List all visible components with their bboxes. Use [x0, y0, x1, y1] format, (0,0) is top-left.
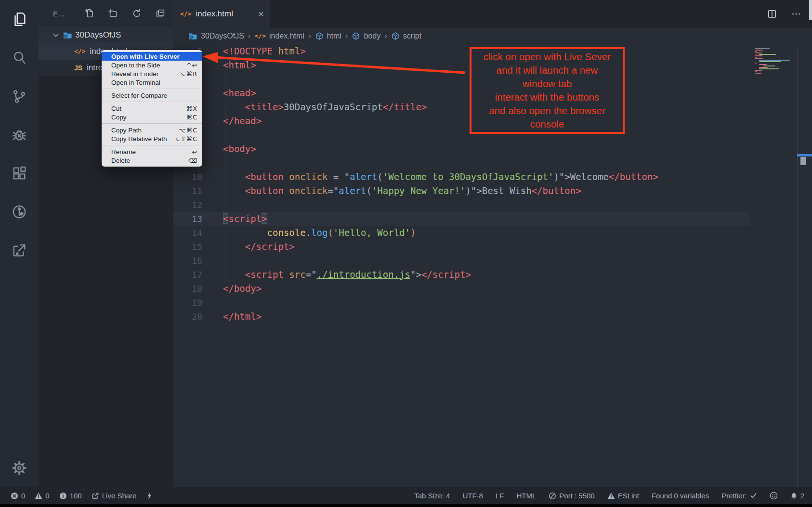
status-item-eslint[interactable]: ESLint	[607, 492, 639, 500]
line-number: 10	[173, 170, 202, 184]
activity-item-source-control[interactable]	[0, 77, 39, 116]
minimap-line	[755, 55, 762, 56]
code-line[interactable]: 20</html>	[173, 310, 812, 324]
more-actions-icon[interactable]	[791, 9, 801, 19]
symbol-cube-icon	[352, 32, 360, 40]
status-item-live-share[interactable]: Live Share	[92, 492, 137, 500]
line-number: 19	[173, 296, 202, 310]
menu-item-copy-relative-path[interactable]: Copy Relative Path⌥⇧⌘C	[102, 134, 202, 143]
split-editor-icon[interactable]	[767, 9, 777, 19]
code-line[interactable]: 18</body>	[173, 282, 812, 296]
vscode-window: E... 30DaysOfJS </>index.htmlJSintroduct…	[0, 0, 812, 507]
menu-item-open-to-the-side[interactable]: Open to the Side^↩	[102, 61, 202, 69]
status-item-live-server-port[interactable]: Port : 5500	[549, 492, 594, 500]
code-line-text: <button onclick="alert('Happy New Year!'…	[223, 184, 581, 198]
breadcrumb-label: index.html	[269, 32, 304, 40]
menu-item-open-with-live-server[interactable]: Open with Live Server	[102, 52, 202, 61]
code-line[interactable]: 16	[173, 254, 812, 268]
code-line[interactable]: 9	[173, 156, 812, 170]
activity-item-version-circle[interactable]	[0, 193, 39, 231]
close-tab-icon[interactable]: ×	[258, 8, 264, 20]
scrollbar-thumb[interactable]	[800, 157, 806, 165]
activity-item-search[interactable]	[0, 39, 39, 77]
menu-item-shortcut: ⌥⌘R	[179, 70, 197, 78]
menu-item-label: Cut	[111, 105, 121, 112]
annotation-line: and it will launch a new	[471, 64, 623, 77]
explorer-action-new-file[interactable]	[84, 8, 95, 19]
breadcrumb-item-script[interactable]: script	[391, 32, 421, 40]
code-line[interactable]: 14 console.log('Hello, World')	[173, 226, 812, 240]
breadcrumb-item-body[interactable]: body	[352, 32, 380, 40]
menu-item-label: Select for Compare	[111, 92, 167, 99]
code-line[interactable]: 11 <button onclick="alert('Happy New Yea…	[173, 184, 812, 198]
minimap-line	[759, 68, 779, 69]
circle-slash-icon	[549, 492, 556, 500]
status-item-encoding[interactable]: UTF-8	[462, 492, 483, 500]
line-number: 18	[173, 282, 202, 296]
minimap[interactable]	[755, 48, 796, 74]
code-line[interactable]: 17 <script src="./introduction.js"></scr…	[173, 268, 812, 282]
source-control-icon	[11, 88, 27, 104]
menu-item-copy[interactable]: Copy⌘C	[102, 113, 202, 121]
activity-item-run-debug[interactable]	[0, 116, 39, 154]
menu-item-shortcut: ⌘C	[186, 114, 197, 121]
code-line-text: <head>	[223, 86, 256, 100]
status-item-found-variables[interactable]: Found 0 variables	[652, 492, 709, 500]
tree-root-30DaysOfJS[interactable]: 30DaysOfJS	[39, 27, 173, 43]
code-line-text: <body>	[223, 142, 256, 156]
explorer-action-collapse-folders[interactable]	[155, 8, 166, 19]
menu-item-copy-path[interactable]: Copy Path⌥⌘C	[102, 126, 202, 134]
menu-item-delete[interactable]: Delete⌫	[102, 156, 202, 165]
menu-item-select-for-compare[interactable]: Select for Compare	[102, 91, 202, 100]
status-item-eol[interactable]: LF	[496, 492, 504, 500]
code-line[interactable]: 8<body>	[173, 142, 812, 156]
annotation-line: interact with the buttons	[471, 91, 623, 104]
minimap-line	[755, 50, 763, 51]
breadcrumb-label: 30DaysOfJS	[201, 32, 244, 40]
menu-item-cut[interactable]: Cut⌘X	[102, 104, 202, 113]
status-item-prettier[interactable]: Prettier:	[721, 492, 757, 500]
status-item-info[interactable]: 100	[59, 492, 82, 500]
code-line[interactable]: 19	[173, 296, 812, 310]
status-item-tab-size[interactable]: Tab Size: 4	[414, 492, 450, 500]
minimap-line	[759, 60, 790, 61]
status-item-label: Prettier:	[721, 492, 747, 500]
activity-item-explorer[interactable]	[0, 0, 39, 39]
status-item-notifications[interactable]: 2	[790, 492, 804, 500]
minimap-line	[755, 57, 757, 58]
activity-item-extensions[interactable]	[0, 154, 39, 193]
code-line[interactable]: 10 <button onclick = "alert('Welcome to …	[173, 170, 812, 184]
explorer-actions	[84, 8, 166, 19]
activity-item-live-share[interactable]	[0, 231, 39, 270]
menu-separator	[102, 102, 202, 102]
status-item-label: Found 0 variables	[652, 492, 709, 500]
annotation-line: window tab	[471, 77, 623, 91]
activity-item-settings[interactable]	[0, 449, 39, 487]
status-item-label: HTML	[516, 492, 536, 500]
menu-item-rename[interactable]: Rename↩	[102, 147, 202, 156]
editor-scrollbar[interactable]	[809, 0, 812, 20]
status-item-lightning[interactable]	[146, 492, 153, 500]
menu-item-shortcut: ⌘X	[186, 105, 197, 112]
status-item-label: 100	[70, 492, 82, 500]
menu-item-open-in-terminal[interactable]: Open in Terminal	[102, 78, 202, 87]
breadcrumb-item-html[interactable]: html	[315, 32, 341, 40]
menu-item-label: Open in Terminal	[111, 79, 160, 86]
explorer-action-refresh[interactable]	[131, 8, 142, 19]
scrollbar-highlight[interactable]	[797, 154, 812, 156]
code-line[interactable]: 15 </script>	[173, 240, 812, 254]
status-item-warnings[interactable]: 0	[35, 492, 49, 500]
explorer-action-new-folder[interactable]	[108, 8, 118, 19]
status-item-feedback[interactable]	[770, 492, 778, 500]
breadcrumb-item-30DaysOfJS[interactable]: 30DaysOfJS	[188, 31, 244, 41]
menu-item-reveal-in-finder[interactable]: Reveal in Finder⌥⌘R	[102, 69, 202, 78]
minimap-line	[763, 65, 775, 66]
code-line[interactable]: 13<script>	[173, 212, 812, 226]
tab-index-html[interactable]: </> index.html ×	[173, 0, 270, 28]
chevron-down-icon	[52, 31, 60, 39]
code-line[interactable]: 12	[173, 198, 812, 212]
status-item-language-mode[interactable]: HTML	[516, 492, 536, 500]
breadcrumb-item-index.html[interactable]: </>index.html	[254, 32, 304, 40]
status-item-label: ESLint	[618, 492, 639, 500]
status-item-errors[interactable]: 0	[11, 492, 25, 500]
